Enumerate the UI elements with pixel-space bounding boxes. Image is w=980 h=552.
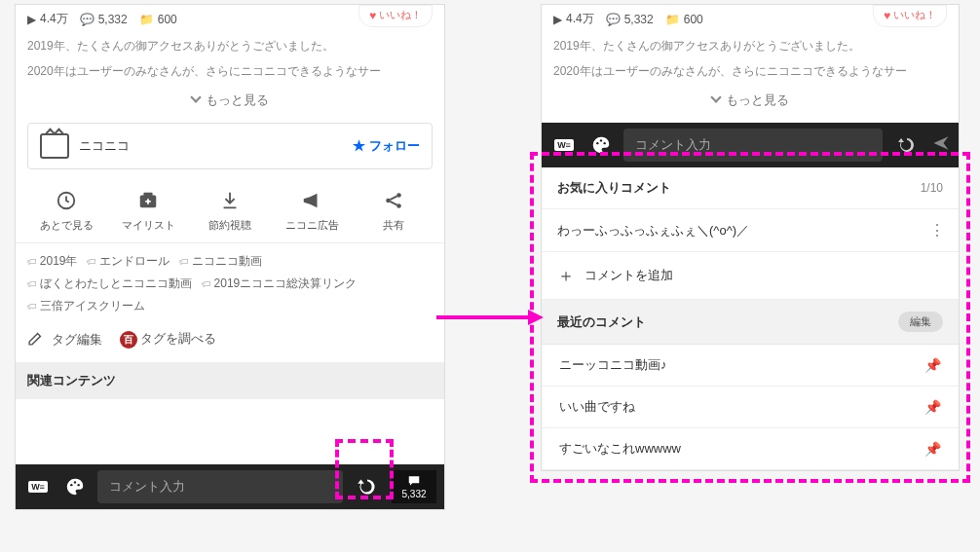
more-icon[interactable]: ⋮ [929,221,943,239]
description-line-2: 2020年はユーザーのみなさんが、さらにニコニコできるようなサー [16,58,444,84]
svg-point-8 [77,484,79,486]
comment-history-button[interactable] [890,129,923,162]
history-icon [355,474,380,499]
tag[interactable]: エンドロール [87,253,170,270]
action-label: 節約視聴 [208,218,251,233]
heart-icon: ♥ [369,9,376,22]
nico-ad-button[interactable]: ニコニ広告 [278,189,346,233]
chevron-down-icon [190,92,201,102]
folder-icon: 📁 [665,13,680,26]
recent-comment-item[interactable]: ニーッコニコ動画♪ 📌 [542,345,959,386]
action-row: あとで見る マイリスト 節約視聴 ニコニ広告 共有 [16,183,444,243]
tag[interactable]: ニコニコ動画 [179,253,262,270]
mylist-count: 📁600 [665,13,703,26]
tag-actions: タグ編集 百 タグを調べる [16,320,444,362]
clock-icon [55,189,78,212]
plus-icon: ＋ [557,264,575,287]
see-more-label: もっと見る [206,92,269,107]
command-button[interactable]: W≡ [549,130,579,160]
send-button[interactable] [931,133,951,158]
recent-comment-text: いい曲ですね [559,398,635,416]
recent-header-label: 最近のコメント [557,313,646,331]
speech-icon [406,474,422,488]
svg-point-7 [74,481,76,483]
action-label: マイリスト [122,218,175,233]
tag-list: 2019年 エンドロール ニコニコ動画 ぼくとわたしとニコニコ動画 2019ニコ… [16,243,444,320]
description-line-2: 2020年はユーザーのみなさんが、さらにニコニコできるようなサー [542,58,959,84]
play-icon: ▶ [27,13,36,26]
comment-input[interactable]: コメント入力 [97,470,343,503]
play-count: ▶4.4万 [553,11,594,27]
speech-icon: 💬 [606,13,621,26]
pencil-icon [27,330,44,347]
recent-comment-text: ニーッコニコ動画♪ [559,356,667,374]
see-more-button[interactable]: もっと見る [542,84,959,123]
wand-icon: W≡ [28,481,48,493]
tag-search-button[interactable]: 百 タグを調べる [120,330,217,349]
fav-comment-text: わっーふっふっふぇふぇ＼(^o^)／ [557,222,749,239]
hyaku-icon: 百 [120,331,137,349]
fav-header-label: お気に入りコメント [557,179,671,197]
add-comment-label: コメントを追加 [584,267,673,284]
action-label: ニコニ広告 [285,218,339,233]
data-saver-button[interactable]: 節約視聴 [196,189,264,233]
channel-logo-icon [40,133,69,159]
palette-button[interactable] [60,472,90,501]
heart-icon: ♥ [884,9,890,22]
add-favorite-comment-button[interactable]: ＋ コメントを追加 [542,252,959,300]
channel-name: ニコニコ [79,137,130,155]
comment-count-button[interactable]: 5,332 [392,470,436,503]
recent-comment-item[interactable]: すごいなこれwwwww 📌 [542,428,959,470]
watch-later-button[interactable]: あとで見る [32,189,100,233]
like-button[interactable]: ♥ いいね！ [358,5,433,27]
share-button[interactable]: 共有 [359,189,428,233]
like-label: いいね！ [379,8,422,22]
speech-icon: 💬 [80,13,94,26]
tag-search-label: タグを調べる [140,331,216,346]
comment-history-button[interactable] [351,470,384,503]
palette-icon [590,134,612,156]
recent-comment-text: すごいなこれwwwww [559,440,681,458]
recent-comments-header: 最近のコメント 編集 [542,300,959,345]
megaphone-icon [300,189,323,212]
play-icon: ▶ [553,13,562,26]
command-button[interactable]: W≡ [23,472,53,501]
related-content-header: 関連コンテンツ [16,362,444,399]
tag[interactable]: 2019ニコニコ総決算リンク [202,276,357,292]
palette-icon [64,476,86,497]
mylist-button[interactable]: マイリスト [114,189,182,233]
svg-rect-2 [143,193,152,197]
pin-icon[interactable]: 📌 [924,357,941,373]
comment-count-value: 5,332 [401,489,426,499]
svg-point-10 [600,139,602,141]
svg-marker-13 [528,310,544,325]
tag[interactable]: 三倍アイスクリーム [27,298,145,314]
comment-count: 💬5,332 [606,13,654,26]
follow-button[interactable]: フォロー [353,137,420,155]
see-more-button[interactable]: もっと見る [16,84,444,123]
video-detail-panel: ♥ いいね！ ▶4.4万 💬5,332 📁600 2019年、たくさんの御アクセ… [15,4,445,510]
tag[interactable]: ぼくとわたしとニコニコ動画 [27,276,192,292]
mylist-count: 📁600 [139,13,177,26]
wand-icon: W≡ [554,139,574,151]
recent-comment-item[interactable]: いい曲ですね 📌 [542,386,959,428]
like-button[interactable]: ♥ いいね！ [873,5,947,27]
comment-count: 💬5,332 [80,13,128,26]
pin-icon[interactable]: 📌 [924,399,941,415]
tag-edit-button[interactable]: タグ編集 [27,330,102,349]
like-label: いいね！ [893,8,936,22]
history-icon [895,133,919,157]
pin-icon[interactable]: 📌 [924,441,941,457]
palette-button[interactable] [586,130,616,160]
comment-input[interactable]: コメント入力 [623,129,883,162]
channel-card[interactable]: ニコニコ フォロー [27,123,433,169]
edit-button[interactable]: 編集 [898,312,943,332]
tag-edit-label: タグ編集 [52,332,102,347]
favorite-comments-header: お気に入りコメント 1/10 [542,167,959,209]
see-more-label: もっと見る [726,92,789,107]
tag[interactable]: 2019年 [27,253,77,270]
favorite-comment-item[interactable]: わっーふっふっふぇふぇ＼(^o^)／ ⋮ [542,209,959,252]
share-icon [382,189,405,212]
comment-bar: W≡ コメント入力 [542,123,959,167]
action-label: あとで見る [40,218,94,233]
